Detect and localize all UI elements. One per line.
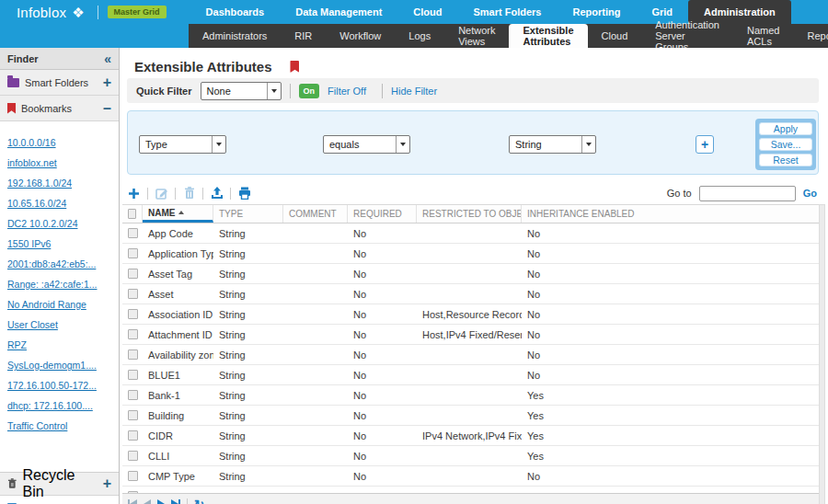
select-all-checkbox[interactable] — [128, 209, 136, 219]
subnav-item[interactable]: RIR — [281, 24, 326, 48]
filter-off-link[interactable]: Filter Off — [328, 86, 366, 97]
go-button[interactable]: Go — [803, 188, 817, 199]
hide-filter-link[interactable]: Hide Filter — [391, 86, 437, 97]
subnav-item[interactable]: Cloud — [588, 24, 642, 48]
table-row[interactable]: Asset String No No — [122, 284, 819, 304]
previous-page-button[interactable] — [144, 499, 151, 504]
subnav-item[interactable]: Logs — [395, 24, 444, 48]
subnav-item[interactable]: Authentication Server Groups — [641, 24, 733, 48]
table-row[interactable]: Attachment ID String No Host,IPv4 Fixed/… — [122, 325, 819, 345]
sidebar-item-smart-folders[interactable]: Smart Folders + — [0, 70, 119, 96]
bookmark-link[interactable]: Traffic Control — [7, 420, 67, 431]
bookmark-link[interactable]: User Closet — [7, 319, 58, 330]
filter-on-toggle[interactable]: On — [299, 84, 320, 98]
column-header-type[interactable]: TYPE — [213, 205, 283, 223]
add-attribute-button[interactable] — [127, 187, 141, 200]
row-checkbox[interactable] — [128, 451, 138, 461]
add-filter-button[interactable]: + — [696, 135, 714, 154]
apply-button[interactable]: Apply — [759, 122, 812, 135]
row-checkbox[interactable] — [128, 471, 138, 481]
subnav-item[interactable]: Reporting — [793, 24, 828, 48]
table-row[interactable]: String No No — [122, 487, 819, 493]
column-header-restricted[interactable]: RESTRICTED TO OBJECTS — [417, 205, 522, 223]
table-row[interactable]: Availability zone String No No — [122, 345, 819, 365]
table-row[interactable]: Building String No Yes — [122, 406, 819, 426]
collapse-sidebar-icon[interactable]: « — [104, 52, 111, 65]
table-row[interactable]: CIDR String No IPv4 Network,IPv4 Fixed/R… — [122, 426, 819, 446]
last-page-button[interactable] — [171, 499, 180, 504]
goto-input[interactable] — [699, 186, 796, 201]
table-row[interactable]: CLLI String No Yes — [122, 446, 819, 466]
row-checkbox[interactable] — [128, 269, 138, 279]
first-page-button[interactable] — [128, 499, 137, 504]
filter-operator-dropdown[interactable]: equals — [323, 135, 410, 154]
bookmark-link[interactable]: Range: :a42:cafe:1... — [7, 279, 97, 290]
row-checkbox[interactable] — [128, 349, 138, 360]
filter-field-dropdown[interactable]: Type — [139, 135, 226, 154]
topnav-item[interactable]: Reporting — [557, 0, 636, 24]
dropdown-arrow-button[interactable] — [212, 136, 225, 153]
subnav-item[interactable]: Workflow — [326, 24, 395, 48]
row-checkbox[interactable] — [128, 410, 138, 420]
column-header-required[interactable]: REQUIRED — [348, 205, 417, 223]
row-checkbox[interactable] — [128, 430, 138, 441]
dropdown-arrow-button[interactable] — [581, 136, 595, 153]
subnav-item-extensible-attributes-active[interactable]: Extensible Attributes — [509, 24, 587, 48]
quick-filter-dropdown[interactable]: None — [201, 82, 282, 100]
dropdown-arrow-button[interactable] — [396, 136, 409, 153]
bookmark-link[interactable]: 10.65.16.0/24 — [7, 198, 66, 209]
bookmark-link[interactable]: 2001:db8:a42:eb5:... — [7, 258, 96, 269]
bookmark-link[interactable]: 192.168.1.0/24 — [7, 178, 72, 189]
topnav-item[interactable]: Dashboards — [190, 0, 281, 24]
row-checkbox[interactable] — [128, 370, 138, 380]
dropdown-arrow-button[interactable] — [267, 83, 281, 99]
next-page-button[interactable] — [157, 499, 165, 504]
sidebar-item-recycle-bin[interactable]: Recycle Bin + — [0, 472, 119, 496]
import-upload-button[interactable] — [210, 187, 224, 200]
column-header-comment[interactable]: COMMENT — [283, 205, 348, 223]
filter-value-dropdown[interactable]: String — [509, 135, 596, 154]
bookmark-link[interactable]: RPZ — [7, 339, 27, 350]
topnav-item[interactable]: Data Management — [280, 0, 397, 24]
row-checkbox[interactable] — [128, 289, 138, 299]
edit-attribute-button-disabled[interactable] — [155, 187, 168, 200]
save-button[interactable]: Save... — [759, 138, 812, 151]
subnav-item[interactable]: Administrators — [189, 24, 281, 48]
table-scrollbar[interactable] — [819, 204, 825, 504]
bookmarks-collapse-icon[interactable]: – — [103, 101, 111, 116]
table-row[interactable]: App Code String No No — [122, 223, 819, 244]
table-row[interactable]: Application Type String No No — [122, 244, 819, 264]
print-button[interactable] — [237, 187, 251, 200]
recycle-bin-expand-icon[interactable]: + — [103, 476, 111, 491]
sidebar-item-bookmarks[interactable]: Bookmarks – — [0, 96, 119, 121]
column-header-inheritance[interactable]: INHERITANCE ENABLED — [522, 205, 819, 223]
table-row[interactable]: Bank-1 String No Yes — [122, 385, 819, 406]
bookmark-link[interactable]: 10.0.0.0/16 — [7, 137, 56, 148]
row-checkbox[interactable] — [128, 248, 138, 258]
row-checkbox[interactable] — [128, 309, 138, 319]
bookmark-link[interactable]: DC2 10.0.2.0/24 — [7, 218, 77, 229]
table-row[interactable]: BLUE1 String No No — [122, 365, 819, 385]
bookmark-link[interactable]: 1550 IPv6 — [7, 238, 51, 249]
refresh-button[interactable]: ↻ — [194, 498, 204, 504]
table-row[interactable]: Asset Tag String No No — [122, 264, 819, 284]
smart-folders-expand-icon[interactable]: + — [103, 75, 111, 90]
bookmark-link[interactable]: 172.16.100.50-172... — [7, 380, 97, 391]
page-bookmark-flag-icon[interactable] — [290, 61, 299, 73]
topnav-item[interactable]: Cloud — [397, 0, 457, 24]
row-checkbox[interactable] — [128, 390, 138, 400]
row-checkbox[interactable] — [128, 329, 138, 339]
bookmark-link[interactable]: dhcp: 172.16.100.... — [7, 400, 93, 411]
table-row[interactable]: Association ID String No Host,Resource R… — [122, 304, 819, 325]
subnav-item[interactable]: Named ACLs — [733, 24, 793, 48]
subnav-item[interactable]: Network Views — [444, 24, 509, 48]
row-checkbox[interactable] — [128, 228, 138, 238]
delete-attribute-button-disabled[interactable] — [182, 187, 196, 200]
table-row[interactable]: CMP Type String No No — [122, 466, 819, 487]
bookmark-link[interactable]: infoblox.net — [7, 157, 57, 168]
bookmark-link[interactable]: SysLog-demogm1.... — [7, 360, 97, 371]
topnav-item[interactable]: Smart Folders — [458, 0, 558, 24]
bookmark-link[interactable]: No Android Range — [7, 299, 86, 310]
column-header-name[interactable]: NAME — [143, 205, 213, 223]
reset-button[interactable]: Reset — [759, 154, 812, 166]
